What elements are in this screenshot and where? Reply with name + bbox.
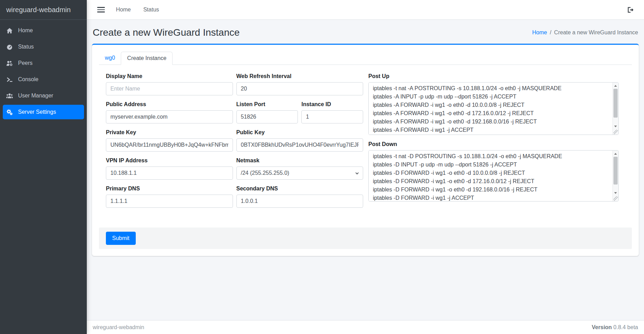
vpn-ip-field[interactable] bbox=[106, 166, 233, 180]
sidebar-item-label: Status bbox=[18, 44, 34, 50]
footer-version-label: Version bbox=[592, 324, 612, 330]
post-down-textarea[interactable]: iptables -t nat -D POSTROUTING -s 10.188… bbox=[369, 151, 612, 201]
secondary-dns-label: Secondary DNS bbox=[236, 186, 363, 192]
footer-version-value: 0.8.4 beta bbox=[613, 324, 638, 330]
chevron-down-icon bbox=[354, 171, 360, 176]
post-up-wrapper: iptables -t nat -A POSTROUTING -s 10.188… bbox=[368, 82, 619, 135]
sidebar-toggle-icon[interactable] bbox=[97, 6, 105, 14]
display-name-field[interactable] bbox=[106, 82, 233, 95]
post-down-wrapper: iptables -t nat -D POSTROUTING -s 10.188… bbox=[368, 150, 619, 202]
content-header: Create a new WireGuard Instance Home / C… bbox=[92, 25, 639, 44]
tab-wg0[interactable]: wg0 bbox=[99, 52, 121, 65]
private-key-field[interactable] bbox=[106, 138, 233, 152]
resize-handle[interactable] bbox=[613, 130, 618, 134]
terminal-icon bbox=[6, 76, 16, 83]
main-area: Home Status Create a new WireGuard Insta… bbox=[87, 0, 644, 334]
peers-icon bbox=[6, 60, 16, 67]
footer-version: Version 0.8.4 beta bbox=[592, 324, 638, 331]
scroll-down-arrow-icon[interactable] bbox=[613, 124, 618, 129]
navbar-link-status[interactable]: Status bbox=[139, 4, 164, 16]
cogs-icon bbox=[6, 109, 16, 115]
app-window: wireguard-webadmin Home Status Peers Con… bbox=[0, 0, 644, 334]
form-footer: Submit bbox=[99, 228, 632, 249]
scrollbar-thumb[interactable] bbox=[613, 89, 618, 118]
sidebar-item-label: Console bbox=[18, 76, 39, 83]
scroll-up-arrow-icon[interactable] bbox=[613, 83, 618, 88]
breadcrumb: Home / Create a new WireGuard Instance bbox=[532, 29, 638, 36]
brand-link[interactable]: wireguard-webadmin bbox=[0, 0, 87, 20]
post-up-textarea[interactable]: iptables -t nat -A POSTROUTING -s 10.188… bbox=[369, 83, 612, 135]
sidebar: wireguard-webadmin Home Status Peers Con… bbox=[0, 0, 87, 334]
sign-out-icon[interactable] bbox=[623, 5, 638, 15]
scroll-up-arrow-icon[interactable] bbox=[613, 151, 618, 156]
web-refresh-interval-label: Web Refresh Interval bbox=[236, 73, 363, 79]
instance-id-label: Instance ID bbox=[301, 101, 363, 108]
sidebar-item-label: Home bbox=[18, 27, 33, 34]
page-title: Create a new WireGuard Instance bbox=[93, 27, 240, 38]
instance-tabs: wg0 Create Instance bbox=[99, 52, 632, 65]
listen-port-field[interactable] bbox=[236, 110, 298, 123]
public-key-field[interactable] bbox=[236, 138, 363, 152]
secondary-dns-field[interactable] bbox=[236, 195, 363, 208]
vpn-ip-label: VPN IP Address bbox=[106, 157, 233, 164]
post-up-scrollbar[interactable] bbox=[612, 83, 618, 135]
display-name-label: Display Name bbox=[106, 73, 233, 79]
sidebar-item-peers[interactable]: Peers bbox=[3, 56, 84, 70]
top-navbar: Home Status bbox=[87, 0, 644, 20]
resize-handle[interactable] bbox=[613, 196, 618, 201]
public-address-field[interactable] bbox=[106, 110, 233, 123]
sidebar-item-status[interactable]: Status bbox=[3, 40, 84, 54]
instance-id-field[interactable] bbox=[301, 110, 363, 123]
breadcrumb-separator: / bbox=[550, 29, 551, 36]
netmask-label: Netmask bbox=[236, 157, 363, 164]
home-icon bbox=[6, 27, 16, 34]
post-down-label: Post Down bbox=[368, 141, 619, 147]
sidebar-item-label: Server Settings bbox=[18, 109, 56, 115]
navbar-link-home[interactable]: Home bbox=[111, 4, 136, 16]
sidebar-item-user-manager[interactable]: User Manager bbox=[3, 88, 84, 103]
sidebar-item-label: Peers bbox=[18, 60, 33, 66]
scrollbar-thumb[interactable] bbox=[613, 157, 618, 185]
tab-create-instance[interactable]: Create Instance bbox=[121, 52, 173, 65]
primary-dns-field[interactable] bbox=[106, 195, 233, 208]
public-address-label: Public Address bbox=[106, 101, 233, 108]
sidebar-item-label: User Manager bbox=[18, 93, 53, 99]
footer-brand: wireguard-webadmin bbox=[93, 324, 144, 331]
public-key-label: Public Key bbox=[236, 129, 363, 136]
users-icon bbox=[6, 93, 16, 99]
gauge-icon bbox=[6, 44, 16, 50]
netmask-selected-value: /24 (255.255.255.0) bbox=[241, 170, 290, 176]
submit-button[interactable]: Submit bbox=[106, 232, 136, 245]
breadcrumb-home-link[interactable]: Home bbox=[532, 29, 547, 36]
netmask-select[interactable]: /24 (255.255.255.0) bbox=[236, 166, 363, 180]
instance-card: wg0 Create Instance Display Name bbox=[92, 44, 639, 256]
instance-form: Display Name Web Refresh Interval bbox=[99, 65, 632, 214]
sidebar-item-home[interactable]: Home bbox=[3, 23, 84, 38]
primary-dns-label: Primary DNS bbox=[106, 186, 233, 192]
post-down-scrollbar[interactable] bbox=[612, 151, 618, 201]
breadcrumb-current: Create a new WireGuard Instance bbox=[554, 29, 638, 36]
page-footer: wireguard-webadmin Version 0.8.4 beta bbox=[87, 320, 644, 334]
sidebar-item-server-settings[interactable]: Server Settings bbox=[3, 105, 84, 119]
content-area: Create a new WireGuard Instance Home / C… bbox=[87, 20, 644, 320]
sidebar-item-console[interactable]: Console bbox=[3, 72, 84, 87]
scroll-down-arrow-icon[interactable] bbox=[613, 190, 618, 196]
private-key-label: Private Key bbox=[106, 129, 233, 136]
listen-port-label: Listen Port bbox=[236, 101, 298, 108]
post-up-label: Post Up bbox=[368, 73, 619, 79]
sidebar-nav: Home Status Peers Console User Manager S… bbox=[0, 20, 87, 123]
web-refresh-interval-field[interactable] bbox=[236, 82, 363, 95]
